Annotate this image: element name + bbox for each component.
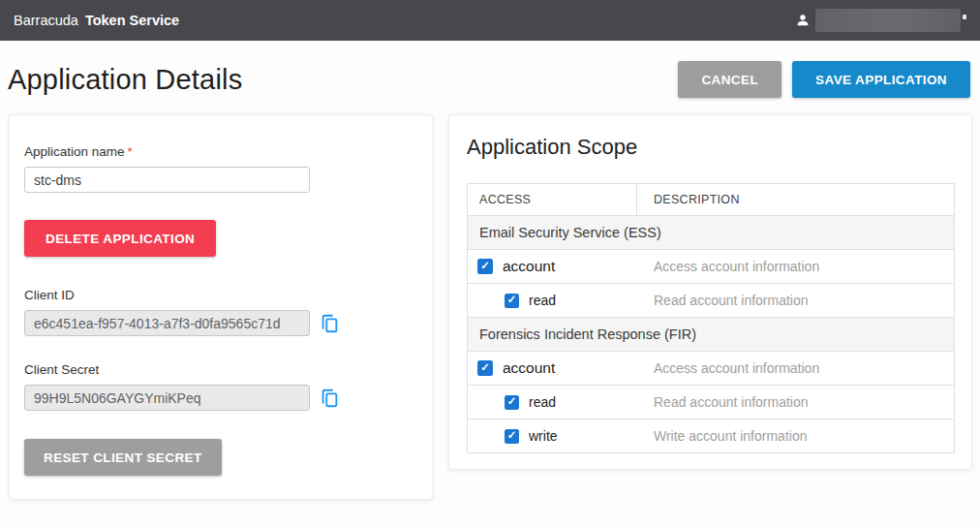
application-name-input[interactable]	[24, 167, 310, 193]
scope-row: account Access account information	[468, 249, 954, 283]
scope-description: Write account information	[637, 428, 954, 444]
brand-product: Token Service	[85, 13, 179, 28]
top-bar: Barracuda Token Service	[0, 0, 980, 41]
page-title: Application Details	[8, 64, 242, 96]
reset-client-secret-button[interactable]: RESET CLIENT SECRET	[24, 439, 222, 476]
scope-label: account	[503, 359, 555, 377]
application-details-card: Application name* DELETE APPLICATION Cli…	[9, 114, 433, 500]
scope-access-cell: account	[468, 359, 637, 377]
copy-icon	[319, 313, 340, 334]
application-name-label-text: Application name	[24, 144, 125, 159]
checkbox-checked-icon[interactable]	[477, 360, 493, 376]
checkbox-checked-icon[interactable]	[505, 395, 519, 410]
brand: Barracuda Token Service	[14, 13, 179, 28]
scope-label: read	[529, 394, 556, 410]
scope-group-label: Forensics Incident Response (FIR)	[468, 326, 696, 342]
scope-table: ACCESS DESCRIPTION Email Security Servic…	[467, 183, 955, 453]
application-scope-card: Application Scope ACCESS DESCRIPTION Ema…	[448, 114, 972, 470]
scope-table-header: ACCESS DESCRIPTION	[468, 184, 954, 215]
scope-label: write	[529, 428, 558, 444]
person-icon	[795, 13, 811, 28]
scope-description: Read account information	[637, 394, 954, 410]
page-header: Application Details CANCEL SAVE APPLICAT…	[0, 41, 980, 114]
client-secret-label: Client Secret	[24, 362, 417, 377]
scope-access-cell: read	[468, 394, 637, 410]
scope-description: Read account information	[637, 293, 954, 308]
description-column-header: DESCRIPTION	[637, 193, 740, 206]
scope-description: Access account information	[637, 360, 954, 376]
scope-access-cell: read	[468, 293, 637, 308]
scope-access-cell: write	[468, 428, 637, 444]
checkbox-checked-icon[interactable]	[477, 259, 493, 274]
checkbox-checked-icon[interactable]	[505, 429, 519, 444]
brand-name: Barracuda	[14, 13, 78, 28]
redacted-username	[815, 9, 961, 32]
scope-row: read Read account information	[468, 283, 954, 317]
client-id-field[interactable]	[24, 310, 310, 336]
scope-description: Access account information	[637, 259, 954, 274]
cancel-button[interactable]: CANCEL	[678, 61, 781, 98]
scope-row: account Access account information	[468, 351, 954, 385]
copy-icon	[319, 388, 340, 409]
scope-row: read Read account information	[468, 385, 954, 419]
content: Application name* DELETE APPLICATION Cli…	[0, 114, 980, 500]
client-secret-field[interactable]	[24, 385, 310, 411]
application-scope-title: Application Scope	[467, 135, 955, 160]
scope-group-row: Email Security Service (ESS)	[468, 215, 954, 249]
scope-label: read	[529, 293, 556, 308]
scope-row: write Write account information	[468, 419, 954, 452]
scope-label: account	[503, 258, 555, 275]
copy-client-id-button[interactable]	[319, 313, 340, 334]
scope-table-body: Email Security Service (ESS) account Acc…	[468, 215, 954, 452]
application-name-label: Application name*	[24, 144, 417, 159]
scope-group-label: Email Security Service (ESS)	[468, 225, 661, 240]
header-buttons: CANCEL SAVE APPLICATION	[678, 61, 970, 98]
client-id-label: Client ID	[24, 288, 417, 302]
checkbox-checked-icon[interactable]	[505, 294, 519, 308]
scope-group-row: Forensics Incident Response (FIR)	[468, 317, 954, 351]
user-area[interactable]	[795, 9, 966, 32]
delete-application-button[interactable]: DELETE APPLICATION	[24, 220, 216, 257]
scope-access-cell: account	[468, 258, 637, 275]
copy-client-secret-button[interactable]	[319, 388, 340, 409]
redaction-artifact	[963, 15, 966, 19]
required-asterisk: *	[128, 144, 133, 159]
save-application-button[interactable]: SAVE APPLICATION	[792, 61, 970, 98]
access-column-header: ACCESS	[468, 184, 637, 215]
